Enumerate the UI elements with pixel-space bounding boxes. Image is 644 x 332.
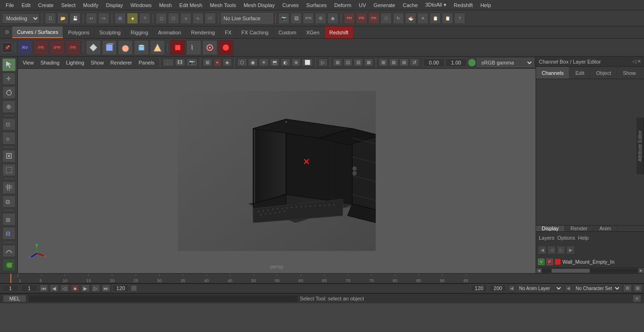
layers-menu-options[interactable]: Options — [557, 235, 575, 241]
current-frame-input[interactable] — [2, 284, 19, 292]
menu-create[interactable]: Create — [34, 1, 58, 9]
vp-value2-input[interactable] — [446, 58, 467, 67]
rotate-tool-btn[interactable] — [2, 86, 16, 99]
menu-display[interactable]: Display — [102, 1, 127, 9]
workspace-dropdown[interactable]: Modeling — [2, 13, 40, 24]
marquee-btn[interactable] — [2, 164, 16, 177]
transform-tool-btn[interactable]: ⊡ — [2, 118, 16, 131]
stop-btn[interactable]: ■ — [71, 284, 79, 292]
no-anim-layer-select[interactable]: No Anim Layer — [516, 284, 563, 292]
grid-btn[interactable] — [2, 181, 16, 194]
menu-surfaces[interactable]: Surfaces — [303, 1, 330, 9]
tab-settings-icon[interactable]: ⚙ — [2, 26, 12, 38]
shelf-sphere-btn[interactable] — [118, 40, 133, 55]
vp-fit-btn[interactable]: ↺ — [410, 58, 419, 66]
vp-anim-btn[interactable]: ▷ — [318, 58, 328, 66]
rs-btn1[interactable]: PR — [344, 13, 355, 24]
menu-mesh[interactable]: Mesh — [155, 1, 175, 9]
playback-settings-btn[interactable]: ⚙ — [623, 284, 632, 292]
rs-btn3[interactable]: PR — [368, 13, 380, 24]
menu-mesh-display[interactable]: Mesh Display — [240, 1, 279, 9]
shelf-cylinder-btn[interactable] — [134, 40, 149, 55]
step-fwd-btn[interactable]: ⏭ — [102, 284, 110, 292]
range-start-input[interactable] — [21, 284, 38, 292]
timeline[interactable]: 1 5 10 15 20 25 30 35 40 45 50 55 60 — [0, 273, 644, 283]
right-panel-scrollbar[interactable]: ◀ ▶ — [536, 267, 644, 273]
shelf-pr-btn1[interactable]: PR — [33, 40, 49, 55]
scroll-thumb[interactable] — [552, 269, 590, 273]
vp-ao-btn[interactable]: ◐ — [281, 58, 290, 66]
vp-sel-mask-btn[interactable]: ⊞ — [203, 58, 212, 66]
prev-frame-btn[interactable]: ◀ — [50, 284, 58, 292]
scroll-right-btn[interactable]: ▶ — [638, 268, 644, 274]
rs-icon4[interactable]: ☀ — [417, 13, 429, 24]
layer-playback-btn[interactable]: P — [546, 259, 553, 265]
rp-resize-btn[interactable]: ◁ — [632, 58, 636, 65]
menu-edit-mesh[interactable]: Edit Mesh — [175, 1, 206, 9]
camera-btn[interactable]: 📷 — [278, 13, 289, 24]
shelf-loop-btn[interactable] — [202, 40, 217, 55]
vp-value1-input[interactable] — [423, 58, 445, 67]
render-settings-btn[interactable]: ⚙ — [315, 13, 326, 24]
loop-btn[interactable]: ⬭ — [205, 13, 216, 24]
vp-pan-btn[interactable]: ⊞ — [389, 58, 398, 66]
tab-channels[interactable]: Channels — [536, 67, 570, 79]
tab-fx[interactable]: FX — [220, 26, 237, 38]
vp-light-btn[interactable]: ☀ — [259, 58, 269, 66]
curve-tool-btn[interactable] — [2, 245, 16, 258]
tab-fx-caching[interactable]: FX Caching — [237, 26, 273, 38]
layer-row-wall-mount[interactable]: V P Wall_Mount_Empty_In — [536, 256, 644, 267]
undo-btn[interactable]: ↩ — [86, 13, 97, 24]
vp-wireframe-btn[interactable]: ⬡ — [237, 58, 247, 66]
next-frame-btn[interactable]: ▷ — [91, 284, 100, 292]
display-btn[interactable]: ◉ — [327, 13, 339, 24]
no-char-set-select[interactable]: No Character Set — [572, 284, 621, 292]
menu-file[interactable]: File — [2, 1, 18, 9]
shelf-red-cube-btn[interactable] — [170, 40, 185, 55]
layer-btn-arrow-right2[interactable]: ▶ — [566, 246, 575, 254]
range-end-input[interactable] — [112, 284, 129, 292]
rs-icon5[interactable]: 📋 — [429, 13, 441, 24]
lasso-btn[interactable]: ◻ — [156, 13, 167, 24]
vp-color-icon[interactable] — [468, 58, 476, 67]
vp-overlay-btn[interactable]: ⊠ — [364, 58, 373, 66]
script-editor-btn[interactable]: ≡ — [633, 295, 641, 302]
open-file-btn[interactable]: 📂 — [57, 13, 68, 24]
shelf-diamond-btn[interactable] — [86, 40, 101, 55]
tab-redshift[interactable]: Redshift — [325, 26, 354, 38]
rs-icon2[interactable]: ↻ — [393, 13, 404, 24]
vp-hud-btn[interactable]: ⊡ — [343, 58, 353, 66]
vp-menu-show[interactable]: Show — [88, 59, 107, 66]
shelf-pr-btn2[interactable]: PR — [66, 40, 81, 55]
shelf-cone-btn[interactable] — [150, 40, 165, 55]
vp-menu-renderer[interactable]: Renderer — [107, 59, 135, 66]
timeline-playhead[interactable] — [10, 274, 11, 283]
vp-menu-lighting[interactable]: Lighting — [63, 59, 87, 66]
display-layer-btn[interactable]: ⧉ — [2, 195, 16, 208]
layout-btn[interactable]: ⊟ — [2, 227, 16, 240]
path-btn[interactable]: ⌾ — [180, 13, 191, 24]
menu-select[interactable]: Select — [58, 1, 80, 9]
rs-icon6[interactable]: 📋 — [442, 13, 453, 24]
layers-menu-help[interactable]: Help — [578, 235, 589, 241]
tab-rendering[interactable]: Rendering — [186, 26, 220, 38]
select-tool-btn[interactable] — [2, 58, 16, 71]
menu-modify[interactable]: Modify — [79, 1, 102, 9]
command-input[interactable] — [28, 295, 298, 302]
vp-smooth-btn[interactable]: ◉ — [248, 58, 258, 66]
menu-windows[interactable]: Windows — [127, 1, 156, 9]
snap-btn[interactable] — [2, 150, 16, 162]
curve-btn[interactable]: ∿ — [192, 13, 204, 24]
tab-custom[interactable]: Custom — [274, 26, 302, 38]
tab-curves-surfaces[interactable]: Curves / Surfaces — [12, 26, 63, 38]
rs-icon1[interactable]: ⚆ — [380, 13, 392, 24]
render-btn[interactable]: 🖼 — [290, 13, 302, 24]
vp-shadow-btn[interactable]: ⬒ — [270, 58, 280, 66]
anim-range-end-input[interactable] — [489, 284, 506, 292]
help-btn[interactable]: ? — [454, 13, 465, 24]
redo-btn[interactable]: ↪ — [98, 13, 109, 24]
paint-effects-btn[interactable]: 🌿 — [2, 259, 16, 271]
scroll-track[interactable] — [542, 269, 638, 273]
anim-layer-arrow-left[interactable]: ◀ — [508, 285, 515, 292]
tab-animation[interactable]: Animation — [153, 26, 186, 38]
